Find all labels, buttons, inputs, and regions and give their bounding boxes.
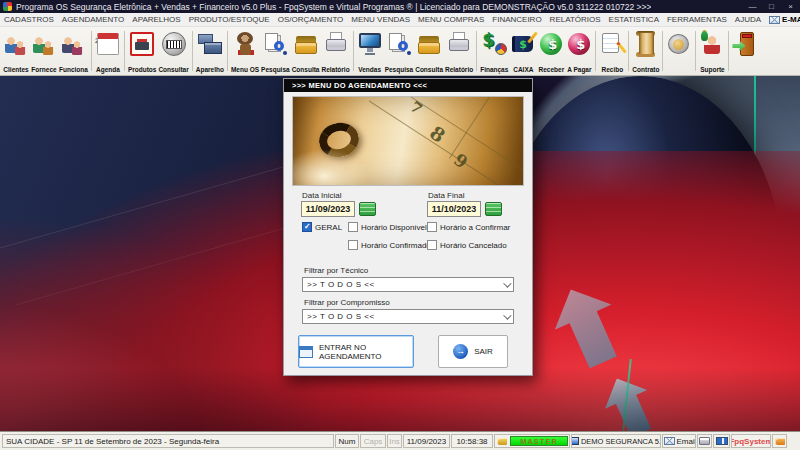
menu-email[interactable]: E-MAIL <box>765 15 800 24</box>
toolbar-button-recibo[interactable]: Recibo <box>598 28 626 74</box>
toolbar-separator <box>353 31 354 71</box>
status-time: 10:58:38 <box>451 434 493 448</box>
filter-tecnico-select[interactable]: >> T O D O S << <box>302 277 514 292</box>
geral-checkbox[interactable] <box>302 222 312 232</box>
menu-compras[interactable]: MENU COMPRAS <box>414 15 488 24</box>
monitor-icon <box>357 29 383 59</box>
toolbar-label: Menu OS <box>231 65 259 74</box>
close-button[interactable]: × <box>781 0 800 13</box>
date-start-calendar-button[interactable] <box>359 202 376 216</box>
toolbar-button-consulta-vendas[interactable]: Consulta <box>414 28 444 74</box>
sair-button[interactable]: → SAIR <box>438 335 508 368</box>
checkbox-geral[interactable]: GERAL <box>302 222 342 232</box>
date-end-label: Data Final <box>428 191 464 200</box>
exit-door-icon <box>732 29 758 59</box>
toolbar-label: Recibo <box>602 65 624 74</box>
toolbar-button-aparelho[interactable]: Aparelho <box>195 28 225 74</box>
filter-compromisso-select[interactable]: >> T O D O S << <box>302 309 514 324</box>
maximize-button[interactable]: □ <box>762 0 781 13</box>
toolbar-button-consulta-os[interactable]: Consulta <box>291 28 321 74</box>
date-end-input[interactable] <box>427 201 481 217</box>
toolbar-button-relatorio-vendas[interactable]: Relatório <box>444 28 474 74</box>
device-icon <box>197 29 223 59</box>
toolbar-button-pesquisa-vendas[interactable]: Pesquisa <box>384 28 415 74</box>
cashbook-icon <box>510 29 536 59</box>
toolbar-separator <box>728 31 729 71</box>
toolbar-button-menu-os[interactable]: Menu OS <box>230 28 260 74</box>
toolbar-button-receber[interactable]: Receber <box>537 28 565 74</box>
status-brand: FpqSystem <box>731 434 771 448</box>
chevron-down-icon <box>503 311 511 319</box>
toolbar-button-vendas[interactable]: Vendas <box>356 28 384 74</box>
toolbar-button-a-pagar[interactable]: A Pagar <box>565 28 593 74</box>
key-icon <box>497 438 507 445</box>
menu-estatistica[interactable]: ESTATISTICA <box>605 15 663 24</box>
menu-os-orcamento[interactable]: OS/ORÇAMENTO <box>274 15 348 24</box>
disponivel-checkbox[interactable] <box>348 222 358 232</box>
envelope-icon <box>769 16 780 24</box>
search-docs-icon <box>386 29 412 59</box>
status-capslock: Caps <box>360 434 386 448</box>
toolbar-button-funcionarios[interactable]: Funciona <box>58 28 89 74</box>
menu-email-label: E-MAIL <box>782 15 800 24</box>
menu-ferramentas[interactable]: FERRAMENTAS <box>663 15 731 24</box>
coin-icon <box>666 29 692 59</box>
filter-compromisso-label: Filtrar por Compromisso <box>304 298 390 307</box>
toolbar-label: CAIXA <box>513 65 533 74</box>
toolbar-label: Fornece <box>31 65 56 74</box>
toolbar-label: Finanças <box>480 65 508 74</box>
date-end-calendar-button[interactable] <box>485 202 502 216</box>
checkbox-horario-cancelado[interactable]: Horário Cancelado <box>427 240 507 250</box>
toolbar-label: Suporte <box>700 65 725 74</box>
toolbar-button-fornecedores[interactable]: Fornece <box>30 28 58 74</box>
status-printer[interactable] <box>697 434 712 448</box>
service-order-icon <box>232 29 258 59</box>
toolbar-button-caixa[interactable]: CAIXA <box>509 28 537 74</box>
toolbar-button-contrato[interactable]: Contrato <box>631 28 660 74</box>
toolbar-button-suporte[interactable]: Suporte <box>698 28 726 74</box>
key-icon <box>775 438 785 445</box>
toolbar-label: Consulta <box>415 65 443 74</box>
toolbar-label: Pesquisa <box>385 65 414 74</box>
toolbar-button-moeda[interactable] <box>665 28 693 74</box>
date-start-input[interactable] <box>301 201 355 217</box>
a-confirmar-checkbox[interactable] <box>427 222 437 232</box>
cancelado-checkbox[interactable] <box>427 240 437 250</box>
printer-report-icon <box>446 29 472 59</box>
checkbox-horario-disponivel[interactable]: Horário Disponível <box>348 222 427 232</box>
barcode-icon <box>161 29 187 59</box>
toolbar-button-relatorio-os[interactable]: Relatório <box>320 28 350 74</box>
file-drawer-icon <box>293 29 319 59</box>
dialog-title: >>> MENU DO AGENDAMENTO <<< <box>284 79 532 92</box>
workspace-background: >>> MENU DO AGENDAMENTO <<< 7 8 9 Data I… <box>0 76 800 431</box>
enter-agendamento-button[interactable]: ENTRAR NO AGENDAMENTO <box>298 335 414 368</box>
menu-relatorios[interactable]: RELATÓRIOS <box>546 15 605 24</box>
checkbox-horario-confirmado[interactable]: Horário Confirmado <box>348 240 431 250</box>
toolbar-label: Consulta <box>292 65 320 74</box>
printer-report-icon <box>323 29 349 59</box>
toolbar-button-consultar[interactable]: Consultar <box>157 28 189 74</box>
menu-cadastros[interactable]: CADASTROS <box>0 15 58 24</box>
menu-ajuda[interactable]: AJUDA <box>731 15 765 24</box>
menu-vendas[interactable]: MENU VENDAS <box>347 15 414 24</box>
toolbar-button-produtos[interactable]: Produtos <box>127 28 158 74</box>
menu-aparelhos[interactable]: APARELHOS <box>128 15 184 24</box>
menu-financeiro[interactable]: FINANCEIRO <box>488 15 545 24</box>
toolbar-button-sair[interactable] <box>731 28 759 74</box>
status-email-button[interactable]: Email <box>662 434 696 448</box>
confirmado-checkbox[interactable] <box>348 240 358 250</box>
toolbar-button-financas[interactable]: Finanças <box>479 28 509 74</box>
minimize-button[interactable]: — <box>743 0 762 13</box>
toolbar-label: Consultar <box>158 65 188 74</box>
toolbar-button-clientes[interactable]: Clientes <box>2 28 30 74</box>
toolbar-button-agenda[interactable]: 29 Agenda <box>94 28 122 74</box>
window-controls: — □ × <box>743 0 800 13</box>
status-network[interactable] <box>713 434 730 448</box>
application-window: Programa OS Segurança Eletrônica + Venda… <box>0 0 800 450</box>
menu-agendamento[interactable]: AGENDAMENTO <box>58 15 129 24</box>
access-level-badge: MASTER <box>510 436 568 446</box>
menu-produto-estoque[interactable]: PRODUTO/ESTOQUE <box>185 15 274 24</box>
toolbar-button-pesquisa-os[interactable]: Pesquisa <box>260 28 291 74</box>
checkbox-horario-a-confirmar[interactable]: Horário a Confirmar <box>427 222 510 232</box>
network-icon <box>716 437 728 445</box>
